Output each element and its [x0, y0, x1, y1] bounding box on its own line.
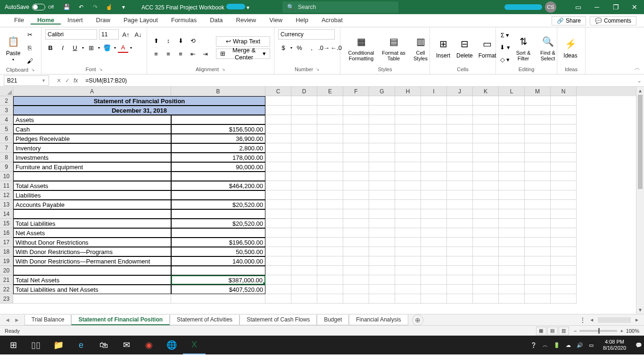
- cell-E22[interactable]: [317, 285, 343, 294]
- cell-M20[interactable]: [525, 266, 551, 275]
- col-header-I[interactable]: I: [421, 87, 447, 96]
- cell-N3[interactable]: [551, 106, 577, 115]
- cell-L12[interactable]: [499, 190, 525, 200]
- cell-I13[interactable]: [421, 200, 447, 209]
- cut-icon[interactable]: ✂: [25, 29, 35, 40]
- ideas-button[interactable]: ⚡Ideas: [561, 35, 580, 60]
- chrome-icon[interactable]: 🌐: [160, 336, 183, 354]
- cell-L17[interactable]: [499, 238, 525, 247]
- cell-J8[interactable]: [447, 153, 473, 162]
- underline-button[interactable]: U: [70, 42, 80, 53]
- col-header-K[interactable]: K: [473, 87, 499, 96]
- row-header-6[interactable]: 6: [0, 134, 13, 143]
- col-header-D[interactable]: D: [291, 87, 317, 96]
- cell-K12[interactable]: [473, 190, 499, 200]
- col-header-F[interactable]: F: [343, 87, 369, 96]
- ribbon-tab-data[interactable]: Data: [203, 16, 229, 24]
- add-sheet-button[interactable]: ⊕: [412, 314, 423, 326]
- row-header-20[interactable]: 20: [0, 266, 13, 275]
- cell-H18[interactable]: [395, 247, 421, 256]
- col-header-N[interactable]: N: [551, 87, 577, 96]
- cell-styles-button[interactable]: ▥Cell Styles: [409, 33, 432, 62]
- cell-G12[interactable]: [369, 190, 395, 200]
- row-header-16[interactable]: 16: [0, 228, 13, 238]
- col-header-C[interactable]: C: [265, 87, 291, 96]
- sheet-tab-statement-of-activities[interactable]: Statement of Activities: [170, 315, 239, 325]
- cell-G22[interactable]: [369, 285, 395, 294]
- borders-icon[interactable]: ⊞: [86, 42, 96, 53]
- cell-I10[interactable]: [421, 172, 447, 181]
- app-icon[interactable]: ◉: [138, 336, 160, 354]
- cell-A5[interactable]: Cash: [13, 124, 171, 134]
- cell-C12[interactable]: [265, 190, 291, 200]
- cell-B5[interactable]: $156,500.00: [171, 124, 265, 134]
- cell-C16[interactable]: [265, 228, 291, 238]
- cell-A6[interactable]: Pledges Receivable: [13, 134, 171, 143]
- col-header-A[interactable]: A: [13, 87, 171, 96]
- comments-button[interactable]: 💬 Comments: [590, 16, 636, 25]
- row-header-15[interactable]: 15: [0, 219, 13, 228]
- cell-I18[interactable]: [421, 247, 447, 256]
- cell-M22[interactable]: [525, 285, 551, 294]
- col-header-M[interactable]: M: [525, 87, 551, 96]
- zoom-level[interactable]: 100%: [626, 328, 639, 334]
- cell-K21[interactable]: [473, 275, 499, 285]
- cell-G11[interactable]: [369, 181, 395, 190]
- cell-K22[interactable]: [473, 285, 499, 294]
- formula-input[interactable]: =SUM(B17:B20): [82, 77, 635, 84]
- cell-G9[interactable]: [369, 162, 395, 172]
- cell-C21[interactable]: [265, 275, 291, 285]
- fill-color-icon[interactable]: 🪣: [102, 42, 112, 53]
- fx-icon[interactable]: fx: [74, 77, 78, 84]
- cell-K13[interactable]: [473, 200, 499, 209]
- cell-J14[interactable]: [447, 209, 473, 219]
- ribbon-tab-file[interactable]: File: [8, 16, 31, 24]
- align-bottom-icon[interactable]: ⬇: [175, 36, 186, 46]
- cell-I2[interactable]: [421, 96, 447, 106]
- ribbon-tab-insert[interactable]: Insert: [61, 16, 90, 24]
- cell-N4[interactable]: [551, 115, 577, 124]
- cell-F16[interactable]: [343, 228, 369, 238]
- store-icon[interactable]: 🛍: [92, 336, 115, 354]
- ribbon-tab-draw[interactable]: Draw: [90, 16, 117, 24]
- cell-N12[interactable]: [551, 190, 577, 200]
- cell-E15[interactable]: [317, 219, 343, 228]
- col-header-B[interactable]: B: [171, 87, 265, 96]
- date-cell[interactable]: December 31, 2018: [13, 106, 265, 115]
- cell-K2[interactable]: [473, 96, 499, 106]
- autosave-toggle[interactable]: AutoSave Off: [0, 4, 58, 10]
- task-view-icon[interactable]: ▯▯: [25, 336, 47, 354]
- cell-B15[interactable]: $20,520.00: [171, 219, 265, 228]
- cell-K20[interactable]: [473, 266, 499, 275]
- cell-L6[interactable]: [499, 134, 525, 143]
- cell-G20[interactable]: [369, 266, 395, 275]
- conditional-formatting-button[interactable]: ▦Conditional Formatting: [344, 33, 378, 62]
- spreadsheet-grid[interactable]: ABCDEFGHIJKLMN 2345678910111213141516171…: [0, 87, 644, 314]
- cell-N15[interactable]: [551, 219, 577, 228]
- cell-F13[interactable]: [343, 200, 369, 209]
- cell-E21[interactable]: [317, 275, 343, 285]
- cell-L10[interactable]: [499, 172, 525, 181]
- cell-E17[interactable]: [317, 238, 343, 247]
- cell-E11[interactable]: [317, 181, 343, 190]
- cell-C10[interactable]: [265, 172, 291, 181]
- mail-icon[interactable]: ✉: [115, 336, 138, 354]
- dialog-launcher-icon[interactable]: ↘: [316, 67, 320, 72]
- cell-K7[interactable]: [473, 143, 499, 153]
- scroll-left-icon[interactable]: ◄: [587, 317, 596, 322]
- decrease-decimal-icon[interactable]: ←.0: [331, 42, 341, 53]
- cell-L5[interactable]: [499, 124, 525, 134]
- accounting-format-icon[interactable]: $: [278, 42, 289, 53]
- cell-M6[interactable]: [525, 134, 551, 143]
- cell-J10[interactable]: [447, 172, 473, 181]
- row-header-18[interactable]: 18: [0, 247, 13, 256]
- cell-H16[interactable]: [395, 228, 421, 238]
- cell-N16[interactable]: [551, 228, 577, 238]
- cell-G6[interactable]: [369, 134, 395, 143]
- cell-D6[interactable]: [291, 134, 317, 143]
- cell-H8[interactable]: [395, 153, 421, 162]
- cell-N14[interactable]: [551, 209, 577, 219]
- scroll-thumb[interactable]: [638, 95, 643, 189]
- enter-formula-icon[interactable]: ✓: [65, 77, 70, 84]
- cell-C3[interactable]: [265, 106, 291, 115]
